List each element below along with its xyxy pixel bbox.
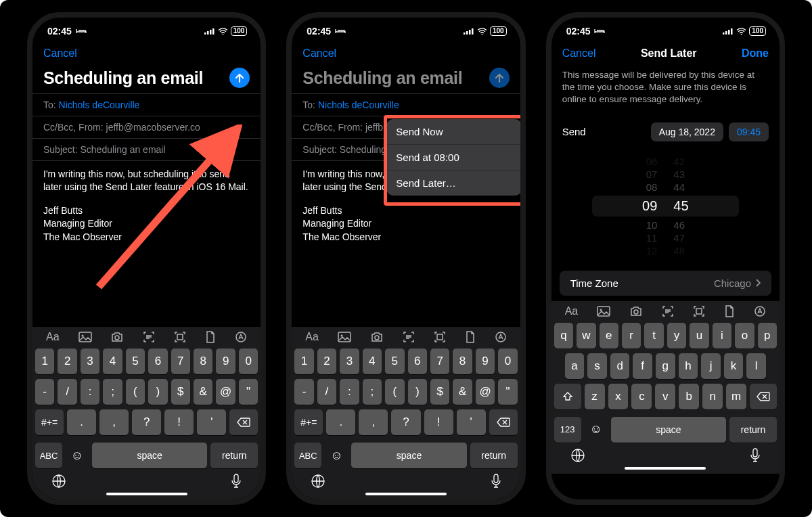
key-b[interactable]: b	[679, 384, 699, 409]
key-emoji[interactable]: ☺	[66, 443, 89, 468]
key-8[interactable]: 8	[194, 349, 212, 374]
key-6[interactable]: 6	[408, 349, 427, 374]
key-apos[interactable]: '	[197, 409, 226, 435]
key-colon[interactable]: :	[81, 379, 99, 405]
wheel-min[interactable]: 47	[673, 232, 685, 244]
markup-icon[interactable]	[235, 331, 247, 343]
key-d[interactable]: d	[610, 353, 630, 379]
key-abc[interactable]: ABC	[35, 443, 62, 468]
key-v[interactable]: v	[655, 384, 675, 409]
key-t[interactable]: t	[644, 323, 663, 349]
key-return[interactable]: return	[210, 443, 258, 468]
menu-send-at-time[interactable]: Send at 08:00	[386, 145, 522, 171]
key-n[interactable]: n	[702, 384, 723, 409]
to-field[interactable]: To: Nichols deCourville	[292, 93, 520, 116]
key-at[interactable]: @	[216, 379, 235, 405]
send-button[interactable]	[489, 68, 510, 88]
scan-doc-icon[interactable]	[434, 331, 446, 343]
key-dash[interactable]: -	[294, 379, 313, 405]
photo-icon[interactable]	[78, 332, 92, 342]
key-c[interactable]: c	[631, 384, 652, 409]
scan-text-icon[interactable]	[662, 305, 674, 317]
key-quote[interactable]: "	[239, 379, 258, 405]
key-y[interactable]: y	[667, 323, 686, 349]
markup-icon[interactable]	[495, 331, 507, 343]
key-4[interactable]: 4	[363, 349, 382, 374]
menu-send-now[interactable]: Send Now	[386, 119, 522, 145]
key-7[interactable]: 7	[171, 349, 190, 374]
key-h[interactable]: h	[679, 353, 698, 379]
scan-text-icon[interactable]	[403, 331, 415, 343]
key-r[interactable]: r	[622, 323, 641, 349]
wheel-hour[interactable]: 08	[646, 181, 658, 193]
wheel-min[interactable]: 43	[673, 168, 685, 180]
menu-send-later[interactable]: Send Later…	[386, 171, 522, 196]
key-abc[interactable]: ABC	[294, 443, 321, 468]
globe-icon[interactable]	[51, 474, 66, 489]
key-z[interactable]: z	[585, 384, 605, 409]
key-q[interactable]: q	[554, 323, 573, 349]
format-aa-icon[interactable]: Aa	[305, 331, 319, 343]
key-1[interactable]: 1	[35, 349, 54, 374]
camera-icon[interactable]	[629, 306, 643, 317]
date-chip[interactable]: Aug 18, 2022	[651, 122, 723, 141]
key-slash[interactable]: /	[58, 379, 76, 405]
key-7[interactable]: 7	[430, 349, 449, 374]
wheel-min-selected[interactable]: 45	[673, 198, 688, 214]
key-l[interactable]: l	[746, 353, 766, 379]
cancel-button[interactable]: Cancel	[302, 47, 336, 60]
globe-icon[interactable]	[311, 474, 325, 489]
key-emoji[interactable]: ☺	[325, 443, 348, 468]
key-backspace[interactable]	[229, 409, 258, 435]
key-colon[interactable]: :	[340, 379, 359, 405]
key-4[interactable]: 4	[103, 349, 122, 374]
key-2[interactable]: 2	[58, 349, 76, 374]
key-comma[interactable]: ,	[359, 409, 388, 435]
key-lparen[interactable]: (	[126, 379, 145, 405]
key-semicolon[interactable]: ;	[363, 379, 382, 405]
home-indicator[interactable]	[106, 493, 187, 495]
mic-icon[interactable]	[491, 474, 501, 489]
key-0[interactable]: 0	[239, 349, 258, 374]
key-dollar[interactable]: $	[171, 379, 190, 405]
done-button[interactable]: Done	[742, 47, 769, 60]
key-j[interactable]: j	[701, 353, 721, 379]
key-at[interactable]: @	[476, 379, 495, 405]
key-i[interactable]: i	[713, 323, 731, 349]
time-picker[interactable]: 0642 0743 0844 0945 1046 1147 1248	[551, 148, 780, 267]
camera-icon[interactable]	[110, 332, 124, 342]
email-body[interactable]: I'm writing this now, but scheduling it …	[32, 160, 261, 251]
format-aa-icon[interactable]: Aa	[46, 331, 60, 343]
key-s[interactable]: s	[587, 353, 607, 379]
document-icon[interactable]	[724, 305, 735, 317]
scan-doc-icon[interactable]	[693, 305, 705, 317]
key-amp[interactable]: &	[194, 379, 212, 405]
mic-icon[interactable]	[231, 474, 242, 489]
key-m[interactable]: m	[726, 384, 746, 409]
home-indicator[interactable]	[365, 493, 447, 495]
keyboard[interactable]: Aa q w e r t y u	[551, 301, 780, 474]
scan-text-icon[interactable]	[143, 331, 155, 343]
time-chip[interactable]: 09:45	[729, 122, 769, 141]
mic-icon[interactable]	[750, 448, 761, 463]
key-return[interactable]: return	[470, 443, 518, 468]
key-question[interactable]: ?	[391, 409, 420, 435]
key-f[interactable]: f	[633, 353, 652, 379]
cancel-button[interactable]: Cancel	[43, 47, 77, 60]
key-8[interactable]: 8	[453, 349, 472, 374]
format-aa-icon[interactable]: Aa	[565, 305, 579, 317]
key-dash[interactable]: -	[35, 379, 54, 405]
key-emoji[interactable]: ☺	[585, 417, 608, 443]
key-shift-symbols[interactable]: #+=	[35, 409, 64, 435]
key-semicolon[interactable]: ;	[103, 379, 122, 405]
subject-field[interactable]: Subject: Scheduling an email	[32, 138, 261, 160]
key-w[interactable]: w	[577, 323, 595, 349]
key-apos[interactable]: '	[457, 409, 486, 435]
key-3[interactable]: 3	[340, 349, 359, 374]
key-2[interactable]: 2	[317, 349, 336, 374]
key-k[interactable]: k	[724, 353, 744, 379]
wheel-hour[interactable]: 06	[646, 156, 658, 167]
key-backspace[interactable]	[750, 384, 777, 409]
key-5[interactable]: 5	[385, 349, 404, 374]
key-p[interactable]: p	[758, 323, 777, 349]
